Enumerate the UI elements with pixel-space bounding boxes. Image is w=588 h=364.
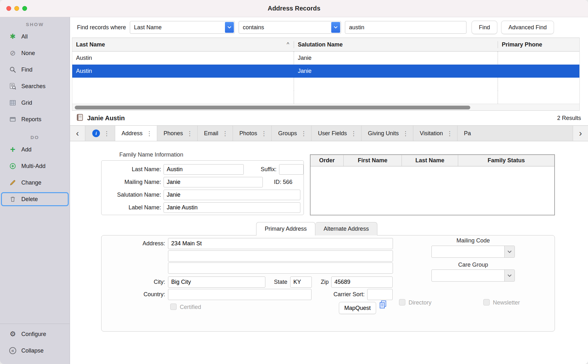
chevron-down-icon	[504, 246, 514, 257]
column-header-first-name[interactable]: First Name	[344, 155, 402, 166]
mailing-code-dropdown[interactable]	[431, 246, 515, 258]
tab-label: Email	[204, 130, 218, 137]
column-header-salutation-name[interactable]: Salutation Name	[294, 41, 498, 48]
sidebar-item-find[interactable]: Find	[1, 63, 69, 77]
cell-salutation-name: Janie	[294, 65, 498, 78]
find-button[interactable]: Find	[472, 21, 497, 34]
tab-label: User Fields	[318, 130, 347, 137]
kebab-menu-icon[interactable]: ⋮	[221, 130, 229, 137]
tab-visitation[interactable]: Visitation ⋮	[413, 126, 458, 141]
sidebar-item-multi-add[interactable]: Multi-Add	[1, 159, 69, 173]
scrollbar-thumb[interactable]	[75, 106, 470, 109]
address-line2-field[interactable]	[168, 250, 393, 262]
minimize-window-button[interactable]	[14, 6, 19, 11]
tab-label: Phones	[164, 130, 183, 137]
suffix-field[interactable]	[279, 164, 304, 175]
sidebar-item-searches[interactable]: Searches	[1, 79, 69, 93]
sidebar-item-reports[interactable]: Reports	[1, 112, 69, 126]
tab-user-fields[interactable]: User Fields ⋮	[312, 126, 361, 141]
tab-scroll-right-button[interactable]: ›	[573, 126, 588, 141]
chevron-down-icon	[225, 22, 234, 33]
sidebar-item-configure[interactable]: ⚙ Configure	[1, 327, 69, 341]
tab-truncated[interactable]: Pa	[458, 126, 573, 141]
tab-photos[interactable]: Photos ⋮	[233, 126, 272, 141]
kebab-menu-icon[interactable]: ⋮	[186, 130, 193, 137]
mailing-name-field[interactable]	[164, 177, 263, 187]
cell-empty	[294, 78, 498, 91]
address-line1-field[interactable]	[168, 238, 393, 249]
table-row-selected[interactable]: Austin Janie	[72, 65, 579, 78]
field-dropdown[interactable]: Last Name	[130, 21, 235, 34]
sidebar-footer: ⚙ Configure « Collapse	[0, 324, 70, 364]
tab-alternate-address[interactable]: Alternate Address	[315, 222, 377, 235]
sidebar-item-collapse[interactable]: « Collapse	[1, 344, 69, 358]
collapse-icon-wrap: «	[8, 347, 18, 354]
tab-email[interactable]: Email ⋮	[198, 126, 233, 141]
tab-groups[interactable]: Groups ⋮	[272, 126, 312, 141]
sidebar-item-delete[interactable]: Delete	[1, 192, 69, 206]
cell-last-name: Austin	[72, 52, 294, 64]
column-header-last-name[interactable]: Last Name ^	[72, 41, 294, 48]
table-row[interactable]: Austin Janie	[72, 52, 579, 65]
tab-label: Address	[122, 130, 143, 137]
address-line3-field[interactable]	[168, 262, 393, 274]
column-header-primary-phone[interactable]: Primary Phone	[498, 41, 579, 48]
asterisk-icon: ✱	[8, 33, 18, 40]
carrier-sort-field[interactable]	[367, 289, 393, 300]
last-name-field[interactable]	[164, 164, 244, 175]
tab-phones[interactable]: Phones ⋮	[157, 126, 198, 141]
none-circle-slash-icon: ⊘	[8, 50, 18, 57]
directory-checkbox[interactable]	[399, 299, 405, 305]
operator-dropdown[interactable]: contains	[239, 21, 341, 34]
copy-pages-icon[interactable]	[379, 300, 387, 311]
zip-field[interactable]	[331, 276, 393, 288]
cell-empty	[498, 78, 579, 91]
kebab-menu-icon[interactable]: ⋮	[260, 130, 268, 137]
kebab-menu-icon[interactable]: ⋮	[446, 130, 453, 137]
search-input[interactable]	[345, 21, 466, 34]
certified-checkbox[interactable]	[170, 304, 177, 310]
sidebar-item-change[interactable]: Change	[1, 176, 69, 190]
sidebar-item-grid[interactable]: Grid	[1, 96, 69, 110]
sidebar-item-add[interactable]: + Add	[1, 143, 69, 157]
sidebar-item-label: Multi-Add	[21, 163, 46, 170]
mapquest-button[interactable]: MapQuest	[339, 302, 376, 314]
sidebar-item-all[interactable]: ✱ All	[1, 30, 69, 44]
newsletter-label: Newsletter	[493, 299, 520, 306]
column-header-family-status[interactable]: Family Status	[458, 155, 554, 166]
salutation-name-field[interactable]	[164, 190, 300, 200]
tab-address[interactable]: Address ⋮	[115, 126, 157, 141]
kebab-menu-icon[interactable]: ⋮	[350, 130, 357, 137]
kebab-menu-icon[interactable]: ⋮	[402, 130, 409, 137]
sidebar-item-none[interactable]: ⊘ None	[1, 46, 69, 60]
care-group-dropdown[interactable]	[431, 270, 515, 282]
newsletter-checkbox[interactable]	[483, 299, 490, 305]
tab-giving-units[interactable]: Giving Units ⋮	[361, 126, 413, 141]
column-header-last-name[interactable]: Last Name	[402, 155, 458, 166]
carrier-sort-label: Carrier Sort:	[315, 291, 365, 298]
operator-dropdown-value: contains	[243, 24, 264, 31]
advanced-find-button[interactable]: Advanced Find	[501, 21, 554, 34]
country-field[interactable]	[168, 289, 312, 300]
state-field[interactable]	[290, 276, 312, 288]
column-header-order[interactable]: Order	[311, 155, 344, 166]
city-field[interactable]	[168, 276, 265, 288]
record-id: ID: 566	[274, 179, 292, 186]
kebab-menu-icon[interactable]: ⋮	[103, 130, 110, 137]
tab-primary-address[interactable]: Primary Address	[256, 222, 315, 235]
label-name-field[interactable]	[164, 202, 300, 213]
close-window-button[interactable]	[6, 6, 11, 11]
kebab-menu-icon[interactable]: ⋮	[300, 130, 307, 137]
tab-info[interactable]: i ⋮	[85, 126, 115, 141]
record-name: Janie Austin	[87, 115, 125, 122]
app-window: Address Records SHOW ✱ All ⊘ None Find	[0, 0, 588, 364]
zoom-window-button[interactable]	[22, 6, 27, 11]
sidebar-item-label: Searches	[21, 83, 46, 90]
results-table: Last Name ^ Salutation Name Primary Phon…	[72, 38, 580, 111]
results-header-row: Last Name ^ Salutation Name Primary Phon…	[72, 38, 579, 52]
cell-primary-phone	[498, 52, 579, 64]
horizontal-scrollbar[interactable]	[72, 104, 579, 111]
suffix-label: Suffix:	[254, 166, 276, 173]
kebab-menu-icon[interactable]: ⋮	[146, 130, 153, 137]
tab-scroll-left-button[interactable]: ‹	[70, 126, 85, 141]
